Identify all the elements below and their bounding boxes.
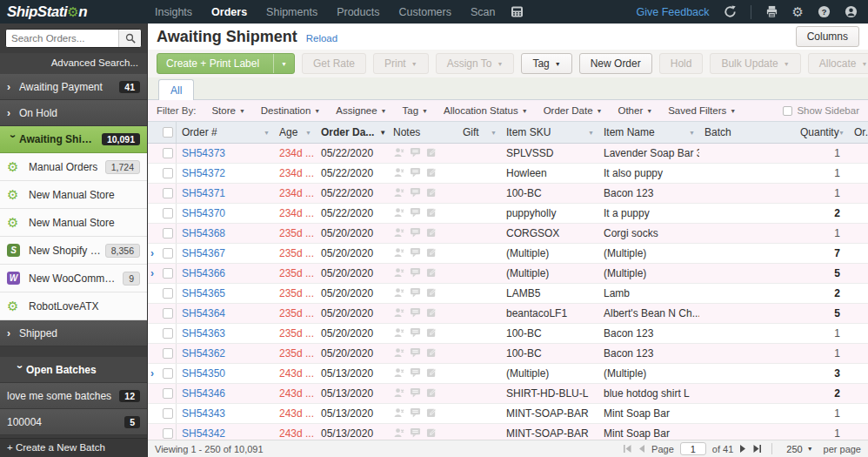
assign-user-icon[interactable] xyxy=(393,427,404,440)
table-row[interactable]: SH54363235d ...05/20/2020100-BCBacon 123… xyxy=(148,324,868,344)
last-page-icon[interactable] xyxy=(752,445,762,453)
sidebar-item-open-batches[interactable]: ›Open Batches xyxy=(0,357,147,383)
column-header-notes[interactable]: Notes xyxy=(388,122,457,143)
assign-user-icon[interactable] xyxy=(393,327,404,340)
row-checkbox[interactable] xyxy=(160,244,177,263)
note-bubble-icon[interactable] xyxy=(410,167,421,180)
assign-user-icon[interactable] xyxy=(393,387,404,400)
order-link[interactable]: SH54366 xyxy=(182,267,225,279)
note-bubble-icon[interactable] xyxy=(410,287,421,300)
printer-icon[interactable] xyxy=(765,5,778,18)
columns-button[interactable]: Columns xyxy=(796,26,859,47)
page-number-input[interactable] xyxy=(680,442,706,455)
next-page-icon[interactable] xyxy=(739,445,746,453)
order-link[interactable]: SH54364 xyxy=(182,307,225,319)
assign-user-icon[interactable] xyxy=(393,287,404,300)
dropdown-caret[interactable]: ▼ xyxy=(273,54,294,73)
order-link[interactable]: SH54371 xyxy=(182,187,225,199)
filter-destination-dropdown[interactable]: Destination▼ xyxy=(261,105,320,116)
assign-user-icon[interactable] xyxy=(393,187,404,200)
nav-item-shipments[interactable]: Shipments xyxy=(266,6,317,18)
note-bubble-icon[interactable] xyxy=(410,267,421,280)
edit-note-icon[interactable] xyxy=(426,347,437,360)
note-bubble-icon[interactable] xyxy=(410,187,421,200)
row-checkbox[interactable] xyxy=(160,184,177,203)
row-checkbox[interactable] xyxy=(160,144,177,163)
select-all-checkbox[interactable] xyxy=(160,122,177,143)
column-header-age[interactable]: Age▼ xyxy=(274,122,316,143)
row-checkbox[interactable] xyxy=(160,364,177,383)
assign-user-icon[interactable] xyxy=(393,167,404,180)
edit-note-icon[interactable] xyxy=(426,207,437,220)
nav-item-orders[interactable]: Orders xyxy=(211,6,247,18)
create-print-label-button[interactable]: Create + Print Label▼ xyxy=(157,53,295,74)
column-header-order-da[interactable]: Order Da...▼ xyxy=(316,122,388,143)
filter-saved-filters-dropdown[interactable]: Saved Filters▼ xyxy=(668,105,736,116)
assign-user-icon[interactable] xyxy=(393,347,404,360)
assign-user-icon[interactable] xyxy=(393,147,404,160)
table-row[interactable]: SH54371234d ...05/22/2020100-BCBacon 123… xyxy=(148,184,868,204)
row-checkbox[interactable] xyxy=(160,404,177,423)
note-bubble-icon[interactable] xyxy=(410,347,421,360)
column-header-batch[interactable]: Batch xyxy=(699,122,795,143)
edit-note-icon[interactable] xyxy=(426,327,437,340)
assign-user-icon[interactable] xyxy=(393,207,404,220)
help-icon[interactable]: ? xyxy=(818,5,831,18)
filter-order-date-dropdown[interactable]: Order Date▼ xyxy=(544,105,603,116)
sidebar-item-on-hold[interactable]: ›On Hold xyxy=(0,100,147,126)
edit-note-icon[interactable] xyxy=(426,147,437,160)
nav-item-products[interactable]: Products xyxy=(337,6,379,18)
row-checkbox[interactable] xyxy=(160,264,177,283)
search-orders-input[interactable] xyxy=(6,30,118,47)
order-link[interactable]: SH54346 xyxy=(182,387,225,400)
filter-allocation-status-dropdown[interactable]: Allocation Status▼ xyxy=(444,105,528,116)
sidebar-item-love-me-some-batches[interactable]: love me some batches12 xyxy=(0,383,147,409)
order-link[interactable]: SH54343 xyxy=(182,407,225,420)
order-link[interactable]: SH54372 xyxy=(182,167,225,179)
edit-note-icon[interactable] xyxy=(426,287,437,300)
account-icon[interactable] xyxy=(845,5,858,18)
sidebar-item-awaiting-shipment[interactable]: ›Awaiting Shipment10,091› xyxy=(0,126,147,153)
filter-tag-dropdown[interactable]: Tag▼ xyxy=(403,105,428,116)
row-checkbox[interactable] xyxy=(160,164,177,183)
sidebar-item-shipped[interactable]: ›Shipped xyxy=(0,320,147,346)
column-header-order[interactable]: Order #▼ xyxy=(177,122,274,143)
filter-other-dropdown[interactable]: Other▼ xyxy=(618,105,652,116)
sidebar-item-manual-orders[interactable]: ⚙Manual Orders1,724 xyxy=(0,153,147,181)
order-link[interactable]: SH54367 xyxy=(182,247,225,259)
order-link[interactable]: SH54368 xyxy=(182,227,225,239)
first-page-icon[interactable] xyxy=(623,445,632,453)
tab-all[interactable]: All xyxy=(158,79,194,100)
edit-note-icon[interactable] xyxy=(426,407,437,420)
row-checkbox[interactable] xyxy=(160,284,177,303)
table-row[interactable]: SH54370234d ...05/22/2020puppyhollyIt a … xyxy=(148,204,868,224)
table-row[interactable]: SH54362235d ...05/20/2020100-BCBacon 123… xyxy=(148,344,868,364)
edit-note-icon[interactable] xyxy=(426,227,437,240)
row-checkbox[interactable] xyxy=(160,304,177,323)
table-row[interactable]: SH54364235d ...05/20/2020beantacoLF1Albe… xyxy=(148,304,868,324)
table-row[interactable]: SH54342243d ...05/13/2020MINT-SOAP-BARMi… xyxy=(148,424,868,440)
edit-note-icon[interactable] xyxy=(426,187,437,200)
note-bubble-icon[interactable] xyxy=(410,147,421,160)
nav-item-customers[interactable]: Customers xyxy=(399,6,451,18)
note-bubble-icon[interactable] xyxy=(410,427,421,440)
edit-note-icon[interactable] xyxy=(426,167,437,180)
row-checkbox[interactable] xyxy=(160,204,177,223)
order-link[interactable]: SH54373 xyxy=(182,147,225,159)
order-link[interactable]: SH54342 xyxy=(182,427,225,440)
edit-note-icon[interactable] xyxy=(426,307,437,320)
order-link[interactable]: SH54363 xyxy=(182,327,225,339)
shipstation-logo[interactable]: ShipStati⚙n xyxy=(0,3,148,21)
column-header-item-name[interactable]: Item Name▼ xyxy=(598,122,699,143)
search-icon[interactable] xyxy=(118,30,141,47)
edit-note-icon[interactable] xyxy=(426,427,437,440)
table-row[interactable]: ›SH54366235d ...05/20/2020(Multiple)(Mul… xyxy=(148,264,868,284)
note-bubble-icon[interactable] xyxy=(410,387,421,400)
table-row[interactable]: SH54365235d ...05/20/2020LAMB5Lamb2 xyxy=(148,284,868,304)
note-bubble-icon[interactable] xyxy=(410,367,421,380)
note-bubble-icon[interactable] xyxy=(410,207,421,220)
button-label[interactable]: Create + Print Label xyxy=(157,57,268,70)
note-bubble-icon[interactable] xyxy=(410,407,421,420)
assign-user-icon[interactable] xyxy=(393,307,404,320)
advanced-search-link[interactable]: Advanced Search... xyxy=(0,53,147,74)
